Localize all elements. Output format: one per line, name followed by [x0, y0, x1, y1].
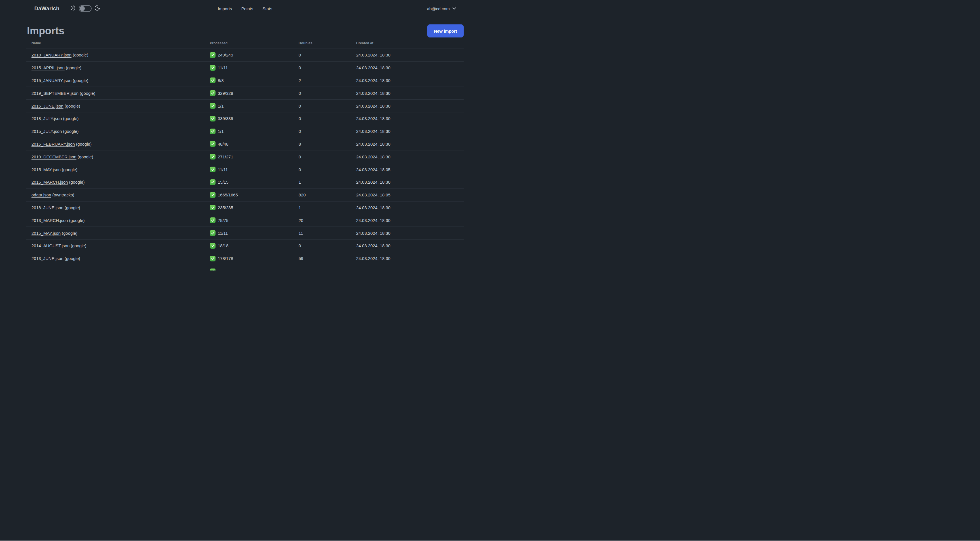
processed-cell	[210, 268, 299, 270]
theme-toggle-knob	[80, 6, 85, 11]
import-source-label: (google)	[65, 256, 80, 261]
table-row: 2018_JANUARY.json (google) 249/249 0 24.…	[26, 49, 464, 62]
page-title: Imports	[27, 26, 64, 36]
name-cell: 2019_SEPTEMBER.json (google)	[26, 91, 210, 96]
doubles-cell: 1	[299, 180, 356, 185]
processed-cell: 75/75	[210, 217, 299, 223]
created-at-cell: 24.03.2024, 18:30	[356, 180, 464, 185]
check-icon	[210, 205, 215, 210]
import-file-link[interactable]: 2015_MAY.json	[32, 167, 61, 172]
import-file-link[interactable]: 2013_MARCH.json	[32, 218, 68, 223]
created-at-cell: 24.03.2024, 18:30	[356, 116, 464, 121]
doubles-cell: 8	[299, 142, 356, 147]
import-file-link[interactable]: 2018_JULY.json	[32, 116, 62, 121]
import-file-link[interactable]: 2014_AUGUST.json	[32, 243, 70, 248]
import-file-link[interactable]: 2018_JANUARY.json	[32, 53, 72, 57]
import-file-link[interactable]: 2015_MAY.json	[32, 231, 61, 236]
doubles-cell: 0	[299, 155, 356, 159]
check-icon	[210, 90, 215, 96]
import-file-link[interactable]: 2019_SEPTEMBER.json	[32, 91, 78, 96]
theme-toggle[interactable]	[79, 5, 92, 12]
moon-icon	[94, 5, 100, 12]
check-icon	[210, 116, 215, 121]
brand-logo[interactable]: DaWarIch	[34, 5, 60, 12]
created-at-cell: 24.03.2024, 18:05	[356, 167, 464, 172]
import-file-link[interactable]: 2013_JUNE.json	[32, 256, 64, 261]
processed-count: 271/271	[218, 155, 233, 159]
name-cell: 2015_JUNE.json (google)	[26, 104, 210, 109]
processed-count: 178/178	[218, 256, 233, 261]
processed-count: 8/8	[218, 78, 224, 83]
name-cell: 2015_JULY.json (google)	[26, 129, 210, 134]
import-file-link[interactable]: 2018_JUNE.json	[32, 205, 64, 210]
check-icon	[210, 129, 215, 134]
import-file-link[interactable]: 2015_JANUARY.json	[32, 78, 72, 83]
import-source-label: (google)	[65, 104, 80, 109]
column-header-created-at: Created at	[356, 41, 464, 45]
name-cell: 2015_FEBRUARY.json (google)	[26, 142, 210, 147]
name-cell: 2018_JANUARY.json (google)	[26, 53, 210, 57]
table-row: 2019_SEPTEMBER.json (google) 329/329 0 2…	[26, 87, 464, 100]
processed-cell: 18/18	[210, 243, 299, 249]
name-cell: 2013_JUNE.json (google)	[26, 256, 210, 261]
nav-link-imports[interactable]: Imports	[218, 6, 232, 11]
topbar: DaWarIch Imports Points	[0, 0, 490, 17]
doubles-cell: 59	[299, 256, 356, 261]
doubles-cell: 0	[299, 65, 356, 70]
processed-cell: 1665/1665	[210, 192, 299, 198]
created-at-cell: 24.03.2024, 18:30	[356, 129, 464, 134]
doubles-cell: 0	[299, 129, 356, 134]
name-cell: 2015_MARCH.json (google)	[26, 180, 210, 185]
doubles-cell: 0	[299, 104, 356, 109]
check-icon	[210, 52, 215, 58]
processed-count: 1/1	[218, 104, 224, 109]
created-at-cell: 24.03.2024, 18:30	[356, 155, 464, 159]
user-email: ab@cd.com	[427, 6, 450, 11]
processed-cell: 48/48	[210, 141, 299, 147]
created-at-cell: 24.03.2024, 18:30	[356, 231, 464, 236]
doubles-cell: 0	[299, 116, 356, 121]
column-header-doubles: Doubles	[299, 41, 356, 45]
doubles-cell: 0	[299, 243, 356, 248]
import-file-link[interactable]: 2019_DECEMBER.json	[32, 155, 76, 159]
nav-link-stats[interactable]: Stats	[262, 6, 272, 11]
import-file-link[interactable]: 2015_JUNE.json	[32, 104, 64, 109]
import-source-label: (google)	[62, 167, 77, 172]
import-file-link[interactable]: 2015_JULY.json	[32, 129, 62, 134]
created-at-cell: 24.03.2024, 18:30	[356, 218, 464, 223]
import-file-link[interactable]: 2015_FEBRUARY.json	[32, 142, 75, 147]
processed-cell: 1/1	[210, 103, 299, 109]
table-row: 2019_DECEMBER.json (google) 271/271 0 24…	[26, 150, 464, 163]
table-row: 2015_JANUARY.json (google) 8/8 2 24.03.2…	[26, 74, 464, 87]
processed-cell: 11/11	[210, 65, 299, 71]
theme-switcher	[70, 5, 100, 12]
new-import-button[interactable]: New import	[427, 24, 464, 37]
import-file-link[interactable]: 2015_MARCH.json	[32, 180, 68, 185]
doubles-cell: 2	[299, 78, 356, 83]
import-source-label: (owntracks)	[52, 192, 74, 197]
created-at-cell: 24.03.2024, 18:30	[356, 78, 464, 83]
import-source-label: (google)	[62, 231, 77, 236]
import-file-link[interactable]: odata.json	[32, 192, 51, 197]
processed-count: 11/11	[218, 167, 228, 172]
processed-cell: 271/271	[210, 154, 299, 160]
user-menu[interactable]: ab@cd.com	[427, 6, 456, 11]
doubles-cell: 11	[299, 231, 356, 236]
processed-count: 1/1	[218, 129, 224, 134]
import-file-link[interactable]: 2015_APRIL.json	[32, 65, 65, 70]
created-at-cell: 24.03.2024, 18:30	[356, 91, 464, 96]
created-at-cell: 24.03.2024, 18:30	[356, 104, 464, 109]
processed-count: 18/18	[218, 243, 229, 248]
doubles-cell: 820	[299, 192, 356, 197]
nav-link-points[interactable]: Points	[241, 6, 253, 11]
table-row: 2014_AUGUST.json (google) 18/18 0 24.03.…	[26, 239, 464, 252]
check-icon	[210, 243, 215, 249]
import-source-label: (google)	[69, 180, 85, 185]
sun-icon	[70, 5, 76, 12]
name-cell: 2015_MAY.json (google)	[26, 167, 210, 172]
import-source-label: (google)	[73, 78, 88, 83]
chevron-down-icon	[452, 6, 456, 11]
check-icon	[210, 154, 215, 160]
name-cell: odata.json (owntracks)	[26, 192, 210, 197]
table-header: Name Processed Doubles Created at	[26, 37, 464, 49]
